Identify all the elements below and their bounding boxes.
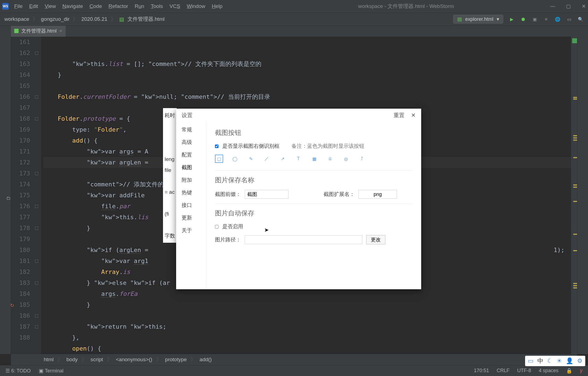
error-stripe[interactable] <box>571 37 577 354</box>
close-dialog-icon[interactable]: ✕ <box>411 112 416 118</box>
left-tool-stripe: 🗀 1: Project 7: Structure 2: Favorites ★ <box>0 37 11 354</box>
navpath-item[interactable]: html <box>44 357 54 363</box>
breadcrumb-1[interactable]: gongzuo_dir <box>41 16 70 22</box>
show-recognition-frame-checkbox[interactable] <box>215 144 219 148</box>
dialog-nav-item[interactable]: 关于 <box>176 224 206 237</box>
navpath-item[interactable]: body <box>66 357 78 363</box>
ext-label: 截图扩展名： <box>324 191 355 198</box>
enable-autosave-checkbox[interactable] <box>215 225 219 229</box>
ext-input[interactable] <box>359 190 397 199</box>
dialog-nav-item[interactable]: 常规 <box>176 123 206 136</box>
window-title: workspace - 文件管理器.html - WebStorm <box>262 3 550 10</box>
maximize-button[interactable]: ▢ <box>566 3 571 9</box>
user-icon[interactable]: 👤 <box>566 357 573 365</box>
select-icon[interactable]: ▭ <box>528 357 534 365</box>
run-config-name: explorer.html <box>465 16 493 22</box>
editor-tabs: 文件管理器.html × <box>0 26 588 37</box>
menu-tools[interactable]: Tools <box>151 3 163 9</box>
reset-button[interactable]: 重置 <box>394 112 404 119</box>
chevron-down-icon: ▾ <box>497 16 499 22</box>
file-encoding[interactable]: UTF-8 <box>517 368 531 374</box>
breadcrumb-2[interactable]: 2020.05.21 <box>81 16 107 22</box>
menu-help[interactable]: Help <box>212 3 222 9</box>
moon-icon[interactable]: ☾ <box>547 357 553 365</box>
menu-window[interactable]: Window <box>187 3 205 9</box>
menu-file[interactable]: File <box>14 3 23 9</box>
stop-button[interactable]: ■ <box>543 16 549 22</box>
dialog-nav: 常规高级配置截图附加热键接口更新关于 <box>176 122 206 289</box>
note-text: 备注：蓝色为截图时显示该按钮 <box>292 143 364 150</box>
path-input[interactable] <box>245 235 362 244</box>
translate-icon[interactable]: 🌐 <box>555 16 561 22</box>
text-icon[interactable]: T <box>294 155 302 163</box>
lang-icon[interactable]: 中 <box>537 357 543 365</box>
structure-breadcrumb: html〉 body〉 script〉 <anonymous>()〉 proto… <box>11 354 577 365</box>
menu-refactor[interactable]: Refactor <box>109 3 128 9</box>
debug-button[interactable]: ⬢ <box>520 16 526 22</box>
line-gutter: 1611621631641651661671681691701711721731… <box>11 37 41 354</box>
close-tab-icon[interactable]: × <box>59 28 62 34</box>
minimize-button[interactable]: — <box>550 3 555 9</box>
menu-vcs[interactable]: VCS <box>170 3 180 9</box>
dialog-nav-item[interactable]: 接口 <box>176 199 206 212</box>
mosaic-icon[interactable]: ▦ <box>310 155 318 163</box>
menu-edit[interactable]: Edit <box>29 3 38 9</box>
y-icon[interactable]: y <box>580 368 583 374</box>
coverage-button[interactable]: ▣ <box>532 16 538 22</box>
checkbox2-label: 是否启用 <box>222 223 243 230</box>
dialog-nav-item[interactable]: 热键 <box>176 186 206 199</box>
pencil-icon[interactable]: ✎ <box>247 155 255 163</box>
dialog-title: 设置 <box>182 112 193 119</box>
dialog-nav-item[interactable]: 更新 <box>176 212 206 224</box>
breadcrumbs: workspace 〉 gongzuo_dir 〉 2020.05.21 〉 ▤… <box>4 16 165 23</box>
app-icon: WS <box>2 3 9 10</box>
dialog-nav-item[interactable]: 截图 <box>176 161 206 174</box>
menu-navigate[interactable]: Navigate <box>62 3 83 9</box>
weather-icon[interactable]: ☀ <box>557 357 562 365</box>
breadcrumb-sep: 〉 <box>111 16 116 23</box>
dialog-content: 截图按钮 是否显示截图右侧识别框 备注：蓝色为截图时显示该按钮 ▢ ◯ ✎ ／ … <box>206 122 421 289</box>
change-path-button[interactable]: 更改 <box>366 235 385 244</box>
file-icon: ▤ <box>119 16 124 22</box>
project-folder-icon[interactable]: 🗀 <box>6 196 11 201</box>
section-title-autosave: 图片自动保存 <box>215 209 412 218</box>
navpath-item[interactable]: <anonymous>() <box>116 357 152 363</box>
arrow-icon[interactable]: ↗ <box>278 155 287 163</box>
prefix-input[interactable] <box>245 190 289 199</box>
navpath-item[interactable]: script <box>91 357 103 363</box>
dialog-nav-item[interactable]: 高级 <box>176 136 206 149</box>
floating-toolbar: ▭ 中 ☾ ☀ 👤 ⚙ <box>525 356 585 366</box>
search-icon[interactable]: 🔍 <box>578 16 584 22</box>
dialog-nav-item[interactable]: 配置 <box>176 149 206 161</box>
indent-config[interactable]: 4 spaces <box>539 368 558 374</box>
right-tool-stripe <box>577 37 588 354</box>
menu-view[interactable]: View <box>45 3 56 9</box>
circle-icon[interactable]: ◯ <box>231 155 239 163</box>
caret-position[interactable]: 170:51 <box>474 368 489 374</box>
run-config-dropdown[interactable]: ▤ explorer.html ▾ <box>453 15 503 24</box>
section-title-save-name: 图片保存名称 <box>215 176 412 184</box>
menu-code[interactable]: Code <box>89 3 102 9</box>
number-icon[interactable]: ① <box>326 155 334 163</box>
window-titlebar: WS File Edit View Navigate Code Refactor… <box>0 0 588 13</box>
prefix-label: 截图前缀： <box>215 191 241 198</box>
editor-tab[interactable]: 文件管理器.html × <box>11 26 66 37</box>
line-separator[interactable]: CRLF <box>497 368 510 374</box>
breadcrumb-root[interactable]: workspace <box>4 16 29 22</box>
terminal-tool[interactable]: Terminal <box>45 368 63 374</box>
breadcrumb-file[interactable]: 文件管理器.html <box>127 16 165 23</box>
todo-tool[interactable]: 6: TODO <box>11 368 31 374</box>
line-icon[interactable]: ／ <box>263 155 271 163</box>
dialog-nav-item[interactable]: 附加 <box>176 174 206 186</box>
navpath-item[interactable]: prototype <box>165 357 187 363</box>
close-window-button[interactable]: ✕ <box>582 3 586 9</box>
rectangle-icon[interactable]: ▢ <box>215 155 223 163</box>
lock-icon[interactable]: 🔒 <box>566 368 572 374</box>
navpath-item[interactable]: add() <box>200 357 212 363</box>
run-button[interactable]: ▶ <box>509 16 515 22</box>
ide-layout-icon[interactable]: ▭ <box>566 16 572 22</box>
gear-icon[interactable]: ⚙ <box>577 357 583 365</box>
upload-icon[interactable]: ⤴ <box>358 155 366 163</box>
menu-run[interactable]: Run <box>135 3 144 9</box>
target-icon[interactable]: ◎ <box>342 155 350 163</box>
